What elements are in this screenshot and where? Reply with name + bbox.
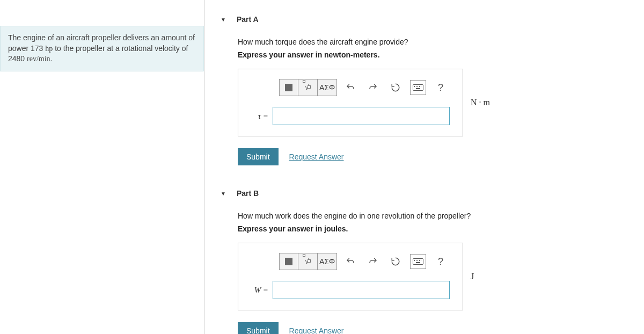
- part-a-submit-button[interactable]: Submit: [238, 148, 279, 165]
- part-b-input[interactable]: [273, 281, 450, 299]
- keyboard-button[interactable]: [410, 80, 426, 95]
- part-b-title: Part B: [237, 189, 259, 198]
- template-button[interactable]: [279, 79, 298, 96]
- template-button[interactable]: [279, 253, 298, 270]
- part-b-variable: W =: [251, 286, 273, 295]
- keyboard-button[interactable]: [410, 254, 426, 269]
- redo-button[interactable]: [365, 254, 381, 269]
- power-unit: hp: [45, 45, 53, 53]
- undo-button[interactable]: [342, 80, 358, 95]
- redo-button[interactable]: [365, 80, 381, 95]
- math-fraction-button[interactable]: √: [298, 253, 318, 270]
- help-button[interactable]: ?: [433, 254, 449, 269]
- problem-statement: The engine of an aircraft propeller deli…: [0, 26, 204, 71]
- part-b-question: How much work does the engine do in one …: [238, 212, 628, 220]
- part-a-variable: τ =: [251, 112, 273, 121]
- part-b-answer-box: √ ΑΣΦ: [238, 243, 463, 310]
- part-a-instruction: Express your answer in newton-meters.: [238, 50, 628, 59]
- part-b-instruction: Express your answer in joules.: [238, 224, 628, 233]
- greek-button[interactable]: ΑΣΦ: [318, 79, 337, 96]
- part-a-title: Part A: [237, 15, 259, 24]
- collapse-icon[interactable]: ▼: [221, 17, 226, 23]
- greek-button[interactable]: ΑΣΦ: [318, 253, 337, 270]
- part-b-request-answer[interactable]: Request Answer: [289, 326, 344, 334]
- reset-button[interactable]: [387, 254, 404, 269]
- velocity-unit: rev/min: [27, 55, 50, 63]
- part-a-request-answer[interactable]: Request Answer: [289, 153, 344, 161]
- part-b-section: ▼ Part B How much work does the engine d…: [221, 185, 628, 334]
- part-a-unit: N · m: [471, 98, 490, 107]
- reset-button[interactable]: [387, 80, 404, 95]
- collapse-icon[interactable]: ▼: [221, 191, 226, 197]
- help-button[interactable]: ?: [433, 80, 449, 95]
- part-a-question: How much torque does the aircraft engine…: [238, 38, 628, 46]
- part-a-input[interactable]: [273, 107, 450, 125]
- toolbar-b: √ ΑΣΦ: [279, 253, 450, 270]
- math-fraction-button[interactable]: √: [298, 79, 318, 96]
- problem-text-3: .: [50, 54, 53, 63]
- part-a-section: ▼ Part A How much torque does the aircra…: [221, 11, 628, 165]
- toolbar-a: √ ΑΣΦ: [279, 79, 450, 96]
- part-a-answer-box: √ ΑΣΦ: [238, 69, 463, 136]
- undo-button[interactable]: [342, 254, 358, 269]
- part-b-unit: J: [471, 272, 474, 281]
- part-b-submit-button[interactable]: Submit: [238, 322, 279, 334]
